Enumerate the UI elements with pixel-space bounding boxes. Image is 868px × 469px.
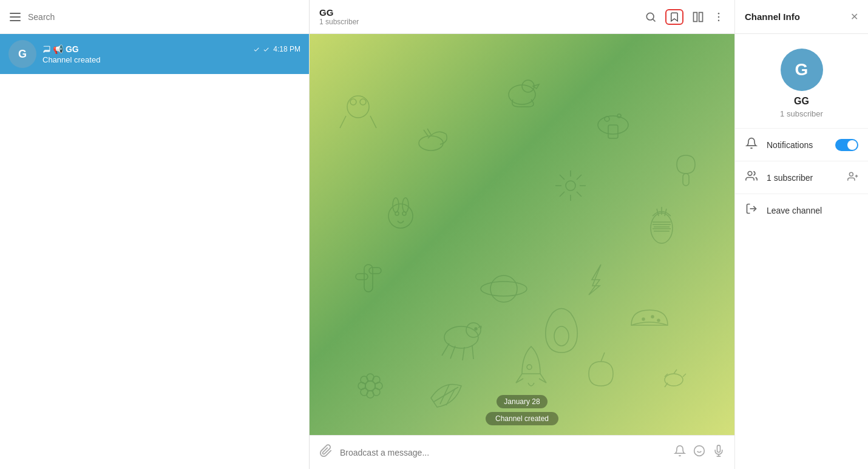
svg-point-9	[360, 99, 366, 105]
svg-point-8	[350, 99, 356, 105]
bookmark-icon[interactable]	[665, 9, 683, 25]
header-actions	[645, 9, 725, 25]
chat-main: GG 1 subscriber	[310, 0, 734, 469]
svg-rect-44	[683, 174, 689, 186]
attachment-icon[interactable]	[319, 444, 333, 461]
microphone-icon[interactable]	[713, 445, 725, 460]
svg-point-5	[718, 16, 720, 18]
svg-rect-18	[608, 125, 618, 138]
svg-point-53	[367, 374, 374, 381]
leave-icon	[745, 203, 758, 218]
chat-header-sub: 1 subscriber	[319, 18, 639, 26]
sidebar: G 📢 GG 4:18 PM Channel created	[0, 0, 310, 469]
svg-line-65	[674, 369, 677, 374]
input-bar	[310, 435, 734, 469]
svg-point-17	[598, 116, 628, 134]
panel-header: Channel Info ✕	[735, 0, 868, 34]
svg-line-31	[577, 175, 581, 180]
svg-point-76	[748, 172, 752, 176]
svg-line-64	[665, 374, 668, 377]
svg-line-38	[665, 209, 666, 216]
svg-line-13	[424, 130, 428, 136]
doodle-pattern	[310, 34, 734, 435]
chat-list: G 📢 GG 4:18 PM Channel created	[0, 34, 309, 469]
chat-preview: Channel created	[42, 55, 300, 64]
svg-point-16	[522, 80, 534, 92]
channel-avatar: G	[781, 49, 823, 91]
search-input[interactable]	[28, 12, 302, 22]
svg-point-35	[651, 213, 673, 243]
svg-rect-39	[364, 265, 373, 292]
svg-point-23	[402, 198, 409, 212]
svg-point-42	[490, 275, 517, 302]
leave-channel-label: Leave channel	[767, 206, 858, 215]
list-item[interactable]: G 📢 GG 4:18 PM Channel created	[0, 34, 309, 74]
svg-point-6	[718, 19, 720, 21]
svg-point-26	[566, 181, 575, 191]
panel-title: Channel Info	[745, 12, 800, 22]
svg-point-15	[509, 85, 535, 104]
svg-line-67	[665, 383, 668, 387]
hamburger-menu[interactable]	[7, 10, 23, 24]
chat-header-bar: GG 1 subscriber	[310, 0, 734, 34]
svg-point-63	[665, 374, 683, 386]
svg-rect-40	[356, 274, 368, 280]
svg-line-34	[560, 175, 565, 180]
svg-point-71	[694, 446, 705, 456]
svg-point-52	[365, 381, 375, 391]
svg-rect-2	[694, 12, 697, 21]
svg-rect-41	[369, 268, 381, 274]
channel-name: GG	[794, 96, 809, 107]
svg-point-21	[388, 204, 413, 228]
svg-point-46	[466, 323, 481, 337]
subscribers-label: 1 subscriber	[767, 173, 839, 183]
channel-created-badge: Channel created	[486, 412, 558, 425]
notifications-row[interactable]: Notifications	[735, 129, 868, 161]
search-bar	[0, 0, 309, 34]
columns-icon[interactable]	[692, 11, 704, 23]
bell-icon	[745, 137, 758, 152]
svg-point-45	[444, 326, 478, 348]
svg-line-1	[653, 19, 656, 21]
svg-point-57	[361, 376, 368, 383]
subscribers-icon	[745, 170, 758, 185]
subscribers-row[interactable]: 1 subscriber	[735, 161, 868, 194]
emoji-icon[interactable]	[693, 445, 705, 460]
channel-avatar-section: G GG 1 subscriber	[735, 34, 868, 128]
svg-point-4	[718, 12, 720, 14]
svg-point-7	[347, 96, 369, 118]
svg-point-77	[849, 172, 853, 176]
svg-point-51	[657, 319, 660, 322]
svg-line-10	[340, 116, 346, 128]
svg-point-50	[651, 315, 654, 318]
svg-rect-61	[527, 365, 532, 369]
svg-point-12	[419, 136, 443, 150]
svg-line-36	[657, 209, 659, 216]
message-input[interactable]	[340, 448, 666, 457]
svg-point-19	[605, 116, 609, 121]
svg-point-22	[393, 198, 399, 212]
leave-channel-row[interactable]: Leave channel	[735, 194, 868, 226]
notifications-toggle[interactable]	[835, 139, 858, 151]
chat-messages: January 28 Channel created	[310, 395, 734, 435]
chat-time: 4:18 PM	[253, 45, 300, 53]
chat-header-name: GG	[319, 7, 639, 18]
close-button[interactable]: ✕	[850, 11, 858, 22]
channel-info-panel: Channel Info ✕ G GG 1 subscriber Notific…	[734, 0, 868, 469]
notifications-label: Notifications	[767, 140, 827, 150]
svg-point-43	[481, 282, 527, 296]
chat-background: January 28 Channel created	[310, 34, 734, 435]
chat-name: 📢 GG	[42, 44, 79, 54]
svg-point-56	[375, 382, 382, 390]
notification-bell-icon[interactable]	[674, 445, 686, 460]
svg-line-32	[577, 192, 581, 197]
svg-point-24	[395, 212, 399, 215]
add-subscriber-icon[interactable]	[847, 171, 858, 184]
search-icon[interactable]	[645, 11, 657, 23]
avatar: G	[8, 40, 36, 68]
svg-point-25	[402, 212, 406, 215]
more-icon[interactable]	[713, 11, 725, 23]
svg-line-66	[683, 374, 686, 377]
svg-point-55	[358, 382, 365, 390]
svg-line-11	[370, 116, 376, 128]
